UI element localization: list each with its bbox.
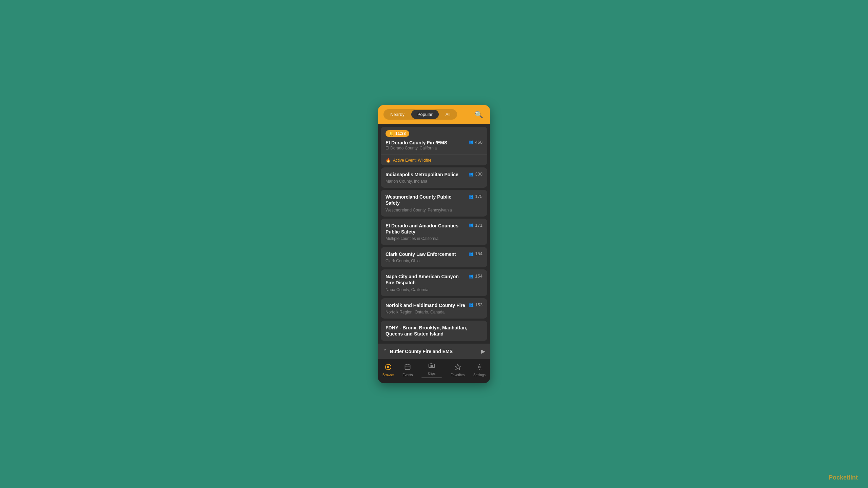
bottom-nav: Browse Events bbox=[378, 359, 490, 383]
card-title: Napa City and American Canyon Fire Dispa… bbox=[386, 273, 466, 286]
app-container: Nearby Popular All 🔍 🔔 11:38 El Dorado C… bbox=[378, 105, 490, 383]
scroll-indicator bbox=[421, 377, 442, 378]
people-icon: 👥 bbox=[469, 302, 474, 307]
browse-icon bbox=[385, 364, 392, 372]
count-value: 171 bbox=[475, 223, 482, 228]
search-icon: 🔍 bbox=[475, 111, 483, 118]
nav-item-favorites[interactable]: Favorites bbox=[448, 364, 467, 377]
card-count: 👥 154 bbox=[469, 273, 482, 279]
list-item[interactable]: 🔔 11:38 El Dorado County Fire/EMS 👥 460 … bbox=[381, 127, 487, 165]
card-title: Indianapolis Metropolitan Police bbox=[386, 171, 466, 178]
search-button[interactable]: 🔍 bbox=[473, 109, 485, 120]
list-item[interactable]: El Dorado and Amador Counties Public Saf… bbox=[381, 219, 487, 245]
count-value: 154 bbox=[475, 251, 482, 256]
card-title: El Dorado County Fire/EMS bbox=[386, 140, 466, 146]
settings-label: Settings bbox=[473, 373, 486, 377]
svg-rect-6 bbox=[405, 365, 410, 369]
card-header-row: Clark County Law Enforcement 👥 154 bbox=[386, 251, 482, 257]
chevron-up-icon: ⌃ bbox=[383, 348, 387, 354]
count-value: 154 bbox=[475, 273, 482, 279]
card-subtitle: Clark County, Ohio bbox=[386, 259, 482, 263]
clips-label: Clips bbox=[428, 372, 435, 375]
people-icon: 👥 bbox=[469, 172, 474, 177]
nav-item-events[interactable]: Events bbox=[400, 364, 416, 377]
svg-rect-14 bbox=[431, 365, 433, 367]
card-count: 👥 154 bbox=[469, 251, 482, 256]
people-icon: 👥 bbox=[469, 194, 474, 199]
pocketlint-branding: Pocketlint bbox=[829, 474, 858, 481]
butler-county-bar[interactable]: ⌃ Butler County Fire and EMS ▶ bbox=[378, 344, 490, 359]
card-subtitle: Marion County, Indiana bbox=[386, 179, 482, 184]
content-list: 🔔 11:38 El Dorado County Fire/EMS 👥 460 … bbox=[378, 124, 490, 344]
card-title: Norfolk and Haldimand County Fire bbox=[386, 302, 466, 308]
people-icon: 👥 bbox=[469, 274, 474, 279]
nav-item-clips[interactable]: Clips bbox=[419, 362, 445, 378]
nav-item-settings[interactable]: Settings bbox=[471, 364, 488, 377]
clips-icon bbox=[428, 362, 435, 371]
card-header-row: Napa City and American Canyon Fire Dispa… bbox=[386, 273, 482, 286]
events-icon bbox=[404, 364, 411, 372]
tab-nearby[interactable]: Nearby bbox=[384, 110, 411, 119]
card-header-row: Norfolk and Haldimand County Fire 👥 153 bbox=[386, 302, 482, 308]
svg-marker-15 bbox=[455, 364, 460, 370]
card-header-row: El Dorado County Fire/EMS 👥 460 bbox=[386, 140, 482, 146]
card-count: 👥 153 bbox=[469, 302, 482, 307]
card-title: El Dorado and Amador Counties Public Saf… bbox=[386, 223, 466, 235]
card-title: FDNY - Bronx, Brooklyn, Manhattan, Queen… bbox=[386, 325, 482, 337]
time-badge: 🔔 11:38 bbox=[386, 130, 409, 137]
people-icon: 👥 bbox=[469, 140, 474, 144]
card-header-row: Westmoreland County Public Safety 👥 175 bbox=[386, 194, 482, 206]
events-label: Events bbox=[402, 373, 413, 377]
list-item[interactable]: Napa City and American Canyon Fire Dispa… bbox=[381, 269, 487, 296]
card-subtitle: El Dorado County, California bbox=[386, 146, 482, 150]
card-count: 👥 460 bbox=[469, 140, 482, 145]
card-count: 👥 175 bbox=[469, 194, 482, 199]
header: Nearby Popular All 🔍 bbox=[378, 105, 490, 124]
favorites-label: Favorites bbox=[451, 373, 465, 377]
svg-point-1 bbox=[387, 366, 389, 368]
fire-icon: 🔥 bbox=[386, 158, 391, 163]
list-item[interactable]: Clark County Law Enforcement 👥 154 Clark… bbox=[381, 247, 487, 267]
count-value: 153 bbox=[475, 302, 482, 307]
settings-icon bbox=[476, 364, 483, 372]
favorites-icon bbox=[454, 364, 461, 372]
active-event-text: Active Event: Wildfire bbox=[393, 158, 431, 163]
time-value: 11:38 bbox=[395, 131, 406, 136]
card-header-row: Indianapolis Metropolitan Police 👥 300 bbox=[386, 171, 482, 178]
count-value: 175 bbox=[475, 194, 482, 199]
list-item[interactable]: Indianapolis Metropolitan Police 👥 300 M… bbox=[381, 167, 487, 188]
count-value: 300 bbox=[475, 171, 482, 177]
list-item[interactable]: Westmoreland County Public Safety 👥 175 … bbox=[381, 190, 487, 216]
play-icon[interactable]: ▶ bbox=[481, 348, 485, 354]
card-count: 👥 300 bbox=[469, 171, 482, 177]
count-value: 460 bbox=[475, 140, 482, 145]
card-header-row: FDNY - Bronx, Brooklyn, Manhattan, Queen… bbox=[386, 325, 482, 337]
list-item[interactable]: Norfolk and Haldimand County Fire 👥 153 … bbox=[381, 298, 487, 319]
card-count: 👥 171 bbox=[469, 223, 482, 228]
butler-title: Butler County Fire and EMS bbox=[390, 349, 453, 354]
card-subtitle: Multiple counties in California bbox=[386, 236, 482, 241]
card-subtitle: Napa County, California bbox=[386, 287, 482, 292]
list-item[interactable]: FDNY - Bronx, Brooklyn, Manhattan, Queen… bbox=[381, 321, 487, 341]
active-event-bar: 🔥 Active Event: Wildfire bbox=[381, 155, 487, 165]
card-title: Clark County Law Enforcement bbox=[386, 251, 466, 257]
people-icon: 👥 bbox=[469, 223, 474, 227]
butler-left: ⌃ Butler County Fire and EMS bbox=[383, 348, 453, 354]
browse-label: Browse bbox=[382, 373, 394, 377]
tab-group: Nearby Popular All bbox=[383, 109, 457, 120]
tab-popular[interactable]: Popular bbox=[411, 110, 439, 119]
card-subtitle: Westmoreland County, Pennsylvania bbox=[386, 208, 482, 212]
card-subtitle: Norfolk Region, Ontario, Canada bbox=[386, 310, 482, 314]
card-header-row: El Dorado and Amador Counties Public Saf… bbox=[386, 223, 482, 235]
brand-highlight: P bbox=[829, 474, 833, 481]
card-title: Westmoreland County Public Safety bbox=[386, 194, 466, 206]
svg-point-16 bbox=[479, 366, 480, 368]
people-icon: 👥 bbox=[469, 251, 474, 256]
bell-icon: 🔔 bbox=[389, 131, 394, 136]
nav-item-browse[interactable]: Browse bbox=[380, 364, 396, 377]
tab-all[interactable]: All bbox=[439, 110, 456, 119]
card-body: 🔔 11:38 El Dorado County Fire/EMS 👥 460 … bbox=[381, 127, 487, 155]
